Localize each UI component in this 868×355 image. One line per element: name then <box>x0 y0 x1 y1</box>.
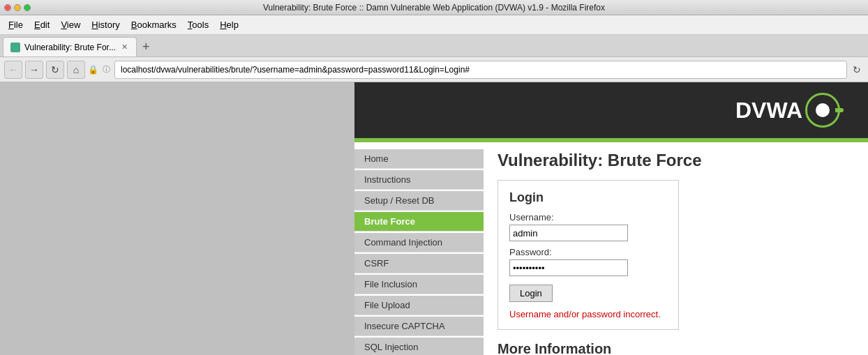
address-lock-icon: 🔒 <box>88 65 98 75</box>
nav-item-file-inclusion[interactable]: File Inclusion <box>354 275 484 294</box>
dvwa-logo: DVWA <box>735 93 840 128</box>
menu-history[interactable]: History <box>86 17 125 32</box>
nav-item-instructions[interactable]: Instructions <box>354 170 484 190</box>
tab-close-button[interactable]: ✕ <box>120 43 129 52</box>
window-title: Vulnerability: Brute Force :: Damn Vulne… <box>263 3 605 13</box>
page-title: Vulnerability: Brute Force <box>497 151 854 170</box>
forward-button[interactable]: → <box>25 61 43 79</box>
username-input[interactable] <box>509 225 628 241</box>
sidebar-nav: Home Instructions Setup / Reset DB Brute… <box>354 142 484 355</box>
home-nav-button[interactable]: ⌂ <box>67 61 85 79</box>
error-message: Username and/or password incorrect. <box>509 309 667 319</box>
tab-favicon <box>10 43 20 52</box>
menu-view[interactable]: View <box>55 17 86 32</box>
maximize-btn[interactable] <box>24 4 31 11</box>
nav-item-csrf[interactable]: CSRF <box>354 254 484 273</box>
username-label: Username: <box>509 212 667 222</box>
page-content: DVWA Home Instructions Setup / Reset DB … <box>0 82 868 355</box>
info-icon: ⓘ <box>101 64 112 75</box>
close-btn[interactable] <box>4 4 11 11</box>
right-panel: DVWA Home Instructions Setup / Reset DB … <box>354 82 868 355</box>
menu-edit[interactable]: Edit <box>29 17 55 32</box>
titlebar-controls <box>4 4 31 11</box>
nav-item-home[interactable]: Home <box>354 149 484 169</box>
nav-item-command-injection[interactable]: Command Injection <box>354 233 484 252</box>
more-info-heading: More Information <box>497 341 854 355</box>
back-button[interactable]: ← <box>4 61 22 79</box>
nav-item-file-upload[interactable]: File Upload <box>354 296 484 315</box>
dvwa-logo-text: DVWA <box>735 98 802 123</box>
login-button[interactable]: Login <box>509 285 553 302</box>
addressbar: ← → ↻ ⌂ 🔒 ⓘ ↻ <box>0 57 868 82</box>
left-panel <box>0 82 354 355</box>
menu-tools[interactable]: Tools <box>182 17 214 32</box>
browser-tab[interactable]: Vulnerability: Brute For... ✕ <box>3 37 137 56</box>
content-area: Vulnerability: Brute Force Login Usernam… <box>484 142 868 355</box>
menu-bookmarks[interactable]: Bookmarks <box>126 17 182 32</box>
menu-file[interactable]: File <box>3 17 29 32</box>
menubar: File Edit View History Bookmarks Tools H… <box>0 15 868 35</box>
window-titlebar: Vulnerability: Brute Force :: Damn Vulne… <box>0 0 868 15</box>
dvwa-logo-circle <box>805 93 840 128</box>
reload-icon[interactable]: ↻ <box>850 64 864 75</box>
minimize-btn[interactable] <box>14 4 21 11</box>
new-tab-button[interactable]: + <box>137 37 156 56</box>
dvwa-logo-inner <box>816 103 830 117</box>
menu-help[interactable]: Help <box>214 17 244 32</box>
login-heading: Login <box>509 190 667 205</box>
nav-item-insecure-captcha[interactable]: Insecure CAPTCHA <box>354 317 484 336</box>
password-label: Password: <box>509 247 667 257</box>
tabbar: Vulnerability: Brute For... ✕ + <box>0 35 868 57</box>
nav-item-brute-force[interactable]: Brute Force <box>354 212 484 232</box>
dvwa-logo-tail <box>835 108 844 112</box>
tab-label: Vulnerability: Brute For... <box>24 43 116 52</box>
address-bar-input[interactable] <box>114 61 847 79</box>
nav-item-setup-reset-db[interactable]: Setup / Reset DB <box>354 191 484 211</box>
dvwa-header: DVWA <box>354 82 868 138</box>
password-input[interactable] <box>509 259 628 276</box>
login-box: Login Username: Password: Login Username… <box>497 180 679 330</box>
main-area: Home Instructions Setup / Reset DB Brute… <box>354 142 868 355</box>
nav-item-sql-injection[interactable]: SQL Injection <box>354 338 484 355</box>
refresh-button[interactable]: ↻ <box>46 61 64 79</box>
